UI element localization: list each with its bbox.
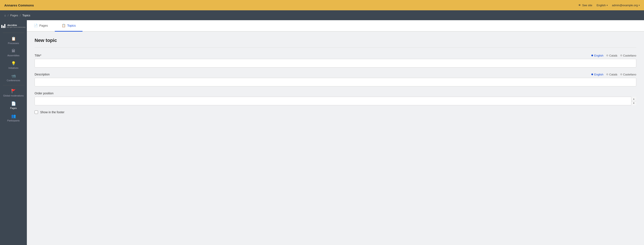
processes-icon: 📋 <box>11 36 16 41</box>
order-position-form-group: Order position ▲ ▼ <box>34 92 636 105</box>
description-lang-tabs: English Català Castellano <box>591 73 636 76</box>
eye-icon: 👁 <box>578 4 581 7</box>
sidebar-item-global-moderations[interactable]: 🚩 Global moderations <box>0 86 27 99</box>
breadcrumb: ⌂ / Pages / Topics <box>0 10 644 20</box>
breadcrumb-sep-2: / <box>20 14 20 17</box>
user-chevron-icon: ▾ <box>639 4 640 6</box>
desc-english-dot <box>591 74 593 75</box>
title-input[interactable] <box>34 59 636 68</box>
tab-topics-icon: 📋 <box>62 24 66 28</box>
title-label: Title* <box>34 54 41 57</box>
order-label: Order position <box>34 92 54 95</box>
logo-sub: free open source democracy <box>6 26 26 28</box>
sidebar-label-conferences: Conferences <box>7 79 20 82</box>
title-lang-tabs: English Català Castellano <box>591 54 636 57</box>
home-icon[interactable]: ⌂ <box>4 14 6 17</box>
logo: decidim free open source democracy <box>1 22 26 32</box>
initiatives-icon: 💡 <box>11 61 16 66</box>
pages-icon: 📄 <box>11 101 16 106</box>
catala-dot <box>606 54 608 56</box>
description-label-row: Description English Català Castellano <box>34 73 636 76</box>
title-label-row: Title* English Català Castellano <box>34 54 636 57</box>
desc-lang-catala[interactable]: Català <box>606 73 617 76</box>
assemblies-icon: 🏛 <box>12 49 16 53</box>
logo-bar-3 <box>4 24 5 28</box>
sidebar-label-initiatives: Initiatives <box>8 66 18 69</box>
header-right: 👁 See site English ▾ admin@example.org ▾ <box>578 4 640 7</box>
logo-bar-2 <box>3 26 4 28</box>
desc-lang-castellano[interactable]: Castellano <box>620 73 636 76</box>
tabs-bar: 📄 Pages 📋 Topics <box>27 20 644 32</box>
participants-icon: 👥 <box>11 114 16 118</box>
page-title: New topic <box>34 38 636 43</box>
breadcrumb-pages[interactable]: Pages <box>10 14 18 17</box>
description-form-group: Description English Català Castellano <box>34 73 636 86</box>
sidebar-item-conferences[interactable]: 📹 Conferences <box>0 71 27 84</box>
sidebar-item-pages[interactable]: 📄 Pages <box>0 99 27 112</box>
see-site-link[interactable]: 👁 See site <box>578 4 592 7</box>
sidebar-divider-top <box>3 33 24 33</box>
spinner-down-button[interactable]: ▼ <box>631 101 636 106</box>
sidebar-label-participants: Participants <box>7 119 20 122</box>
tab-pages[interactable]: 📄 Pages <box>27 20 55 32</box>
global-moderations-icon: 🚩 <box>11 89 16 94</box>
site-name: Annares Commons <box>4 4 34 7</box>
desc-lang-english[interactable]: English <box>591 73 604 76</box>
top-header: Annares Commons 👁 See site English ▾ adm… <box>0 0 644 10</box>
sidebar-label-pages: Pages <box>10 107 17 110</box>
title-form-group: Title* English Català Castellano <box>34 54 636 68</box>
logo-text: decidim <box>7 24 26 26</box>
title-lang-castellano[interactable]: Castellano <box>620 54 636 57</box>
tab-topics[interactable]: 📋 Topics <box>55 20 83 32</box>
tab-topics-label: Topics <box>67 24 76 27</box>
english-dot <box>591 54 593 56</box>
title-lang-english[interactable]: English <box>591 54 604 57</box>
sidebar-item-processes[interactable]: 📋 Processes <box>0 34 27 47</box>
sidebar-item-initiatives[interactable]: 💡 Initiatives <box>0 59 27 71</box>
order-input-wrapper: ▲ ▼ <box>34 97 636 105</box>
order-position-input[interactable] <box>34 97 636 105</box>
tab-pages-label: Pages <box>39 24 48 27</box>
title-lang-catala[interactable]: Català <box>606 54 617 57</box>
lang-chevron-icon: ▾ <box>606 4 608 6</box>
sidebar-label-global-moderations: Global moderations <box>3 94 24 97</box>
spinner-buttons: ▲ ▼ <box>631 97 636 105</box>
main-layout: decidim free open source democracy 📋 Pro… <box>0 20 644 245</box>
sidebar-divider-mid <box>3 85 24 85</box>
show-in-footer-label[interactable]: Show in the footer <box>40 110 64 114</box>
conferences-icon: 📹 <box>11 74 16 78</box>
language-dropdown[interactable]: English ▾ <box>596 4 608 7</box>
show-in-footer-group: Show in the footer <box>34 110 636 114</box>
show-in-footer-checkbox[interactable] <box>34 110 38 114</box>
order-label-row: Order position <box>34 92 636 95</box>
content-area: 📄 Pages 📋 Topics New topic Title* Eng <box>27 20 644 245</box>
user-dropdown[interactable]: admin@example.org ▾ <box>612 4 640 7</box>
sidebar-item-assemblies[interactable]: 🏛 Assemblies <box>0 47 27 59</box>
show-in-footer-row: Show in the footer <box>34 110 636 114</box>
tab-pages-icon: 📄 <box>34 24 38 28</box>
sidebar-label-assemblies: Assemblies <box>7 54 19 57</box>
form-divider <box>34 48 636 48</box>
sidebar: decidim free open source democracy 📋 Pro… <box>0 20 27 245</box>
desc-castellano-dot <box>620 74 622 75</box>
form-content: New topic Title* English Català <box>27 32 644 245</box>
description-input[interactable] <box>34 78 636 86</box>
description-label: Description <box>34 73 50 76</box>
logo-mark: decidim free open source democracy <box>1 24 26 28</box>
breadcrumb-current: Topics <box>22 14 30 17</box>
castellano-dot <box>620 54 622 56</box>
sidebar-item-participants[interactable]: 👥 Participants <box>0 112 27 124</box>
sidebar-label-processes: Processes <box>8 42 19 44</box>
logo-bar-1 <box>1 25 2 28</box>
spinner-up-button[interactable]: ▲ <box>631 97 636 101</box>
desc-catala-dot <box>606 74 608 75</box>
breadcrumb-sep-1: / <box>8 14 8 17</box>
